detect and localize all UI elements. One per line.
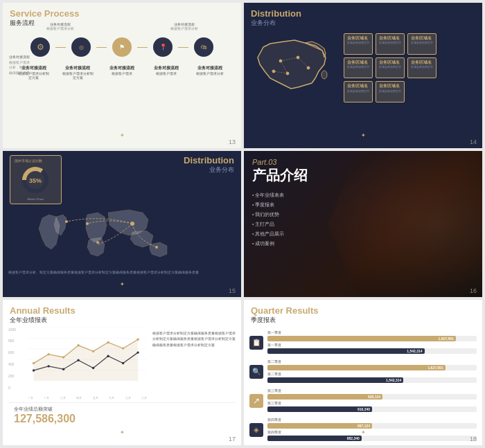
dist-tag-4: 业务区域名 区域业务说明文字 — [344, 57, 373, 79]
q-bar-fill-1b: 1,542,314 — [267, 348, 425, 354]
slide15-titles: Distribution 业务分布 — [184, 155, 234, 174]
proc-lbl-4: 业务对接流程 根据客户需求 — [150, 65, 182, 80]
q-bar-track-1b: 1,542,314 — [267, 348, 477, 354]
part-number: Part.03 — [252, 158, 474, 166]
proc-line-1 — [55, 47, 66, 48]
q-bar-track-2b: 1,542,314 — [267, 377, 477, 383]
list-item-5: 其他产品展示 — [252, 229, 474, 239]
slide15-header: 国外市场占总比数 35% Market Share Distribution 业… — [3, 151, 241, 204]
svg-point-27 — [62, 356, 64, 358]
dist14-tags: 业务区域名 区域业务说明文字 业务区域名 区域业务说明文字 业务区域名 区域业务… — [344, 33, 441, 102]
slide18-title-en: Quarter Results — [244, 300, 482, 316]
svg-point-15 — [65, 220, 68, 223]
q-bar-track-4b: 882,340 — [267, 436, 477, 441]
svg-point-34 — [47, 365, 49, 367]
chart-svg — [28, 328, 147, 381]
part-title: 产品介绍 — [252, 166, 474, 185]
svg-point-32 — [136, 338, 139, 340]
svg-text:35%: 35% — [29, 177, 42, 184]
y-label-400: 400 — [8, 362, 26, 366]
dist14-content: 业务区域名 区域业务说明文字 业务区域名 区域业务说明文字 业务区域名 区域业务… — [244, 30, 482, 105]
slide13-title-en: Service Process — [3, 3, 241, 19]
slide15-title-cn: 业务分布 — [184, 165, 234, 174]
slide-14: Distribution 业务分布 — [244, 3, 482, 148]
q-bar-label-3a: 第三季度 — [267, 388, 477, 393]
svg-point-33 — [33, 369, 35, 371]
process-area: 业务对接流程根据客户需求分析 业务对接流程根据客户需求分析 ⚙ ◎ ⚑ 📍 🛍 … — [6, 30, 238, 114]
overseas-box: 国外市场占总比数 35% Market Share — [10, 155, 62, 204]
proc-line-3 — [137, 47, 148, 48]
svg-point-35 — [62, 368, 64, 370]
quarter-content: 📋 第一季度 1,627,591 第一季度 1,542,314 — [244, 328, 482, 445]
dist-tag-6: 业务区域名 区域业务说明文字 — [407, 57, 436, 79]
q-bar-val-1b: 1,542,314 — [407, 349, 422, 353]
q-bar-fill-2a: 1,627,591 — [267, 365, 446, 370]
dist-tag-1: 业务区域名 区域业务说明文字 — [344, 33, 373, 55]
svg-point-36 — [77, 359, 79, 361]
slide-18: Quarter Results 季度报表 📋 第一季度 1,627,591 第一… — [244, 300, 482, 445]
donut-chart: 35% — [20, 165, 51, 196]
overseas-title: 国外市场占总比数 — [15, 159, 57, 163]
proc-line-2 — [96, 47, 107, 48]
q-icon-3: ↗ — [249, 394, 263, 408]
annual-content: 1000 800 600 400 200 0 — [3, 328, 241, 390]
q-icon-1: 📋 — [249, 336, 263, 350]
dist-tag-7: 业务区域名 区域业务说明文字 — [344, 81, 373, 102]
svg-point-14 — [86, 222, 89, 225]
q-bar-fill-4b: 882,340 — [267, 436, 362, 441]
q-bar-val-3b: 916,340 — [358, 407, 370, 411]
y-label-800: 800 — [8, 339, 26, 343]
q-bar-fill-2b: 1,542,314 — [267, 377, 403, 383]
q-bar-track-3a: 928,124 — [267, 394, 477, 400]
slide17-title-cn: 全年业绩报表 — [3, 316, 241, 328]
q-bars-1: 第一季度 1,627,591 第一季度 1,542,314 — [267, 330, 477, 355]
quarter-row-3: ↗ 第三季度 928,124 第三季度 916,340 — [249, 388, 477, 413]
proc-bottom-labels: 业务对接流程 根据客户需求分析制定方案 业务对接流程 根据客户需求分析制定方案 … — [6, 64, 238, 81]
proc-icon-2: ◎ — [71, 37, 91, 57]
svg-point-16 — [155, 246, 158, 249]
q-bar-val-4a: 897,124 — [358, 424, 370, 428]
slide-num-17: 17 — [229, 436, 236, 442]
top-label-1: 业务对接流程根据客户需求分析 — [41, 22, 79, 30]
svg-point-0 — [321, 71, 327, 79]
svg-point-26 — [47, 353, 49, 355]
svg-point-28 — [77, 344, 79, 346]
svg-point-17 — [96, 241, 99, 244]
slide-16: Part.03 产品介绍 全年业绩表表 季度报表 我们的优势 主打产品 其他产品… — [244, 151, 482, 296]
world-map-svg — [3, 204, 241, 267]
q-bar-fill-4a: 897,124 — [267, 423, 372, 429]
slide13-title-cn: 服务流程 — [3, 19, 241, 30]
slide18-title-cn: 季度报表 — [244, 316, 482, 328]
slide-15: 国外市场占总比数 35% Market Share Distribution 业… — [3, 151, 241, 296]
list-item-2: 季度报表 — [252, 200, 474, 210]
q-bar-val-4b: 882,340 — [347, 436, 360, 440]
q-bar-val-2a: 1,627,591 — [427, 366, 443, 370]
proc-icon-4: 📍 — [153, 37, 173, 57]
q-bar-label-1b: 第一季度 — [267, 343, 477, 347]
quarter-row-2: 🔍 第二季度 1,627,591 第二季度 1,542,314 — [249, 359, 477, 384]
svg-point-30 — [107, 341, 109, 343]
slide-13: Service Process 服务流程 业务对接流程根据客户需求分析 业务对接… — [3, 3, 241, 148]
q-bar-fill-3a: 928,124 — [267, 394, 382, 400]
side-label-left: 业务对接流程根据客户需求分析，制定方案确保服务质量 — [9, 55, 40, 75]
q-bar-track-3b: 916,340 — [267, 406, 477, 412]
svg-point-40 — [136, 351, 139, 353]
svg-point-37 — [92, 366, 94, 368]
q-bar-label-4b: 第四季度 — [267, 430, 477, 434]
y-axis-labels: 1000 800 600 400 200 0 — [8, 328, 26, 390]
q-bar-val-1a: 1,627,591 — [439, 337, 454, 341]
dist-tag-3: 业务区域名 区域业务说明文字 — [407, 33, 436, 55]
q-bar-fill-3b: 916,340 — [267, 406, 372, 412]
slide16-content: Part.03 产品介绍 全年业绩表表 季度报表 我们的优势 主打产品 其他产品… — [244, 151, 482, 256]
annual-bottom: 全年业绩总额突破 127,586,300 — [8, 402, 236, 428]
slide17-title-en: Annual Results — [3, 300, 241, 316]
y-label-0: 0 — [8, 386, 26, 390]
q-bar-label-2b: 第二季度 — [267, 372, 477, 376]
q-icon-2: 🔍 — [249, 365, 263, 379]
slide-17: Annual Results 全年业绩报表 1000 800 600 400 2… — [3, 300, 241, 445]
list-item-4: 主打产品 — [252, 219, 474, 229]
y-label-600: 600 — [8, 350, 26, 355]
q-bar-label-4a: 第四季度 — [267, 418, 477, 422]
chart-area: 1000 800 600 400 200 0 — [8, 328, 147, 390]
total-num: 127,586,300 — [14, 413, 230, 425]
